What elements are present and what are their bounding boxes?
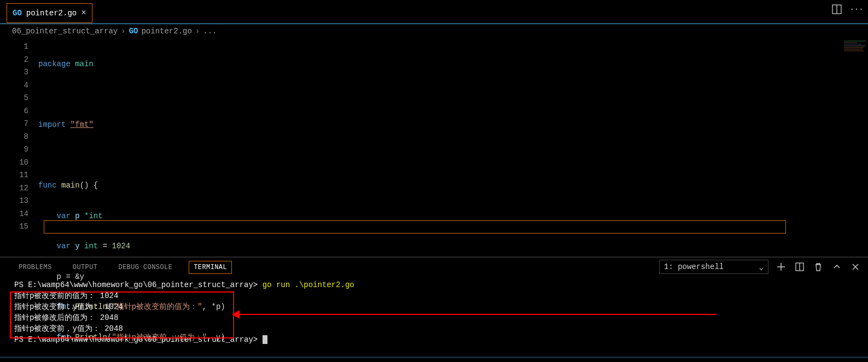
terminal-selector-label: 1: powershell [664,262,724,271]
terminal[interactable]: PS E:\wamp64\www\homework_go\06_pointer_… [0,277,868,358]
panel-area: PROBLEMS OUTPUT DEBUG CONSOLE TERMINAL 1… [0,257,868,358]
tab-terminal[interactable]: TERMINAL [189,264,232,271]
terminal-output-line: 指针p被改变前，y值为： 2048 [14,323,854,334]
tab-output[interactable]: OUTPUT [68,264,102,271]
breadcrumb-file[interactable]: pointer2.go [141,27,191,36]
split-terminal-icon[interactable] [794,261,806,273]
chevron-right-icon: › [121,27,125,36]
line-number-gutter: 123456789101112131415 [0,38,38,256]
minimap[interactable] [844,40,866,57]
terminal-cursor [263,335,267,344]
tab-filename: pointer2.go [26,9,77,17]
code-content[interactable]: package main import "fmt" func main() { … [38,38,868,256]
tab-problems[interactable]: PROBLEMS [14,264,56,271]
terminal-selector[interactable]: 1: powershell ⌄ [659,260,768,274]
more-actions-icon[interactable]: ··· [850,3,863,15]
split-editor-icon[interactable] [831,3,843,15]
kill-terminal-icon[interactable] [812,261,824,273]
close-icon[interactable]: × [81,8,86,18]
maximize-panel-icon[interactable] [831,261,843,273]
new-terminal-icon[interactable] [775,261,787,273]
tab-debug-console[interactable]: DEBUG CONSOLE [114,264,177,271]
panel-tabs: PROBLEMS OUTPUT DEBUG CONSOLE TERMINAL 1… [0,258,868,277]
breadcrumb-folder[interactable]: 06_pointer_struct_array [12,27,118,36]
terminal-output-line: 指针p被改变前的值为： 1024 [14,290,854,301]
go-file-icon: GO [13,9,22,17]
go-file-icon: GO [129,27,138,36]
terminal-command: go run .\pointer2.go [263,281,354,289]
terminal-prompt: PS E:\wamp64\www\homework_go\06_pointer_… [14,335,258,344]
terminal-prompt: PS E:\wamp64\www\homework_go\06_pointer_… [14,281,258,289]
breadcrumb-trail[interactable]: ... [203,27,217,36]
editor-tab-active[interactable]: GO pointer2.go × [7,3,92,23]
title-tab-bar: GO pointer2.go × ··· [0,0,868,24]
code-editor[interactable]: 123456789101112131415 package main impor… [0,38,868,257]
annotation-arrow [235,314,716,315]
chevron-right-icon: › [195,27,200,36]
breadcrumb[interactable]: 06_pointer_struct_array › GO pointer2.go… [0,24,868,38]
close-panel-icon[interactable] [849,261,861,273]
chevron-down-icon: ⌄ [759,262,764,272]
terminal-output-line: 指针p被改变前，y值为： 1024 [14,301,854,312]
